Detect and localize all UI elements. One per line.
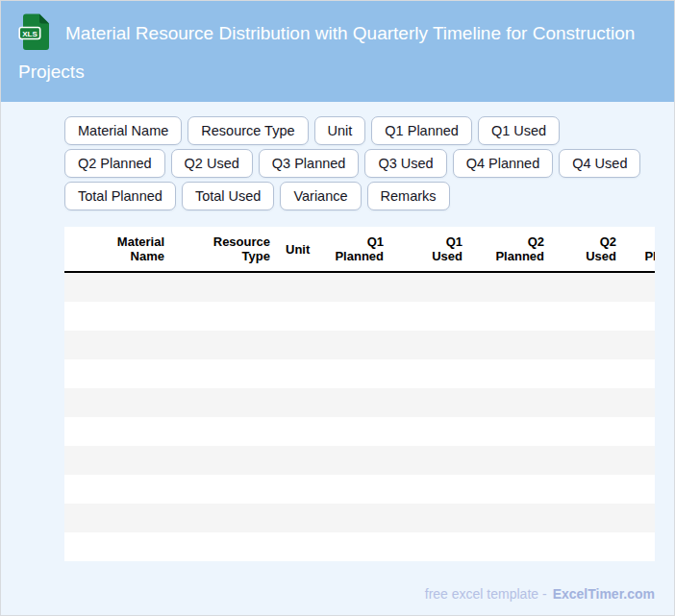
table-cell	[476, 446, 558, 475]
table-row	[64, 532, 655, 561]
chip-q1-planned[interactable]: Q1 Planned	[371, 116, 472, 145]
footer-text: free excel template -	[425, 586, 547, 602]
table-cell	[64, 446, 178, 475]
table-cell	[558, 532, 630, 561]
table-cell	[332, 302, 397, 331]
table-cell	[64, 359, 178, 388]
table-cell	[178, 272, 284, 302]
table-row	[64, 331, 655, 359]
chip-q3-used[interactable]: Q3 Used	[364, 149, 446, 178]
table-cell	[178, 302, 284, 331]
chip-q1-used[interactable]: Q1 Used	[478, 116, 560, 145]
content: Material NameResource TypeUnitQ1 Planned…	[64, 116, 655, 602]
table-cell	[284, 504, 332, 532]
table-cell	[630, 532, 655, 561]
xls-file-icon: XLS	[18, 13, 50, 58]
page-title: Material Resource Distribution with Quar…	[18, 23, 635, 82]
table-cell	[397, 446, 476, 475]
table-cell	[178, 417, 284, 446]
column-header-q2-planned: Q2 Planned	[476, 227, 558, 272]
table-cell	[64, 302, 178, 331]
table-cell	[332, 532, 397, 561]
data-table-wrap: Material NameResource TypeUnitQ1 Planned…	[64, 227, 655, 561]
table-header-row: Material NameResource TypeUnitQ1 Planned…	[64, 227, 655, 272]
table-cell	[284, 475, 332, 504]
table-cell	[630, 504, 655, 532]
table-cell	[397, 272, 476, 302]
table-cell	[397, 417, 476, 446]
column-header-q3-planned: Q3 Planned	[630, 227, 655, 272]
table-cell	[64, 504, 178, 532]
chip-q2-planned[interactable]: Q2 Planned	[64, 149, 165, 178]
chip-remarks[interactable]: Remarks	[367, 182, 450, 210]
table-cell	[397, 475, 476, 504]
chip-unit[interactable]: Unit	[314, 116, 366, 145]
column-header-q1-planned: Q1 Planned	[332, 227, 397, 272]
chip-total-used[interactable]: Total Used	[182, 182, 275, 210]
table-cell	[630, 359, 655, 388]
table-cell	[178, 331, 284, 359]
table-cell	[178, 504, 284, 532]
table-cell	[558, 446, 630, 475]
table-cell	[558, 272, 630, 302]
table-row	[64, 302, 655, 331]
table-cell	[332, 388, 397, 417]
column-header-unit: Unit	[284, 227, 332, 272]
table-cell	[476, 532, 558, 561]
chip-total-planned[interactable]: Total Planned	[64, 182, 176, 210]
table-cell	[178, 532, 284, 561]
table-cell	[284, 532, 332, 561]
column-header-q1-used: Q1 Used	[397, 227, 476, 272]
chip-q2-used[interactable]: Q2 Used	[171, 149, 253, 178]
table-cell	[64, 417, 178, 446]
table-cell	[284, 388, 332, 417]
table-cell	[558, 504, 630, 532]
table-cell	[630, 272, 655, 302]
table-cell	[332, 331, 397, 359]
table-cell	[332, 475, 397, 504]
table-cell	[476, 417, 558, 446]
table-cell	[558, 417, 630, 446]
table-cell	[558, 388, 630, 417]
table-cell	[476, 359, 558, 388]
table-row	[64, 475, 655, 504]
table-cell	[630, 446, 655, 475]
table-cell	[630, 302, 655, 331]
table-cell	[397, 388, 476, 417]
table-cell	[476, 388, 558, 417]
column-header-material-name: Material Name	[64, 227, 178, 272]
table-cell	[178, 475, 284, 504]
table-row	[64, 359, 655, 388]
table-cell	[332, 417, 397, 446]
table-row	[64, 417, 655, 446]
data-table: Material NameResource TypeUnitQ1 Planned…	[64, 227, 655, 561]
table-cell	[630, 417, 655, 446]
table-cell	[397, 359, 476, 388]
table-cell	[332, 446, 397, 475]
table-body	[64, 272, 655, 561]
table-cell	[630, 331, 655, 359]
chip-q3-planned[interactable]: Q3 Planned	[259, 149, 360, 178]
table-cell	[476, 272, 558, 302]
xls-badge-label: XLS	[22, 30, 38, 38]
table-cell	[284, 417, 332, 446]
chip-material-name[interactable]: Material Name	[64, 116, 182, 145]
table-cell	[284, 446, 332, 475]
table-cell	[332, 359, 397, 388]
chip-resource-type[interactable]: Resource Type	[188, 116, 308, 145]
table-cell	[64, 388, 178, 417]
table-cell	[476, 504, 558, 532]
table-cell	[397, 532, 476, 561]
table-cell	[630, 475, 655, 504]
table-cell	[284, 302, 332, 331]
table-cell	[64, 532, 178, 561]
chip-q4-planned[interactable]: Q4 Planned	[453, 149, 554, 178]
table-cell	[178, 446, 284, 475]
chip-q4-used[interactable]: Q4 Used	[559, 149, 640, 178]
table-cell	[397, 302, 476, 331]
footer: free excel template -ExcelTimer.com	[64, 586, 655, 602]
column-chips: Material NameResource TypeUnitQ1 Planned…	[64, 116, 655, 210]
table-cell	[64, 331, 178, 359]
chip-variance[interactable]: Variance	[280, 182, 361, 210]
footer-brand-link[interactable]: ExcelTimer.com	[553, 586, 655, 602]
